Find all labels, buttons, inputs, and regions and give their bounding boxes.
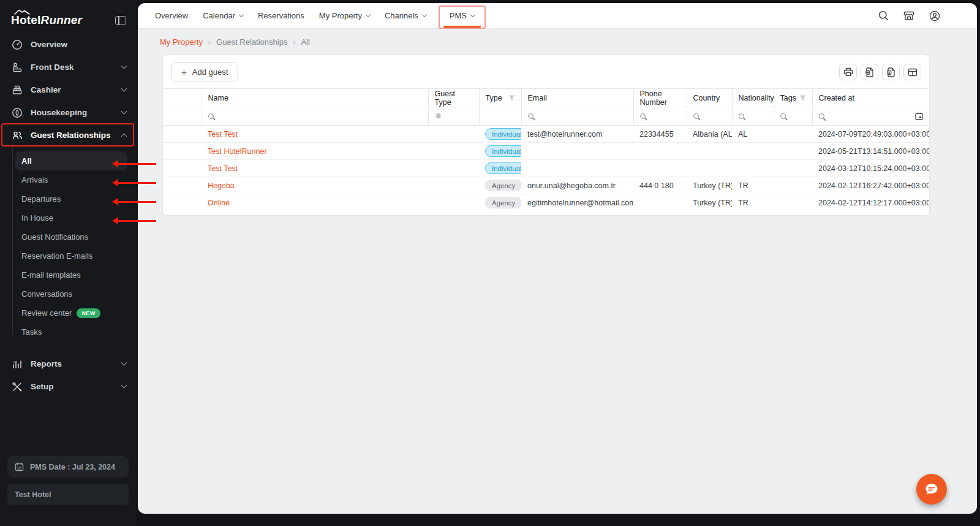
filter-created-at[interactable] (812, 107, 929, 126)
search-icon[interactable] (878, 10, 889, 21)
sidebar-item-housekeeping[interactable]: Housekeeping (0, 101, 136, 124)
sidebar-item-review-center[interactable]: Review center NEW (0, 303, 136, 322)
sidebar-item-arrivals[interactable]: Arrivals (0, 170, 136, 189)
cell-name[interactable]: Hegoba (202, 177, 428, 194)
sidebar-item-guest-relationships[interactable]: Guest Relationships (0, 124, 136, 147)
filter-nationality[interactable] (732, 107, 774, 126)
cell-guest-type (428, 143, 479, 160)
sidebar-item-all[interactable]: All (15, 151, 127, 170)
filter-type[interactable] (479, 107, 521, 126)
table-row[interactable]: Online Agency egitimhotelrunner@hotmail.… (163, 194, 929, 212)
logo-text-runner: Runner (41, 13, 83, 26)
sidebar-item-in-house[interactable]: In House (0, 208, 136, 227)
sidebar-item-guest-notifications[interactable]: Guest Notifications (0, 227, 136, 246)
sidebar-item-tasks[interactable]: Tasks (0, 322, 136, 341)
nav-label: Channels (385, 11, 418, 20)
guest-relationships-submenu: All Arrivals Departures In House Guest N… (0, 147, 136, 344)
filter-country[interactable] (687, 107, 732, 126)
filter-name[interactable] (202, 107, 428, 126)
sidebar-item-label: Front Desk (31, 63, 74, 72)
cell-phone (633, 160, 687, 177)
nav-reservations[interactable]: Reservations (251, 3, 312, 28)
table-row[interactable]: Test Test Individual test@hotelrunner.co… (163, 126, 929, 143)
filter-phone[interactable] (633, 107, 687, 126)
store-icon[interactable] (903, 10, 914, 21)
search-icon (640, 113, 646, 119)
filter-funnel-icon[interactable] (799, 95, 806, 101)
col-created-at[interactable]: Created at (812, 89, 929, 107)
chat-bubble-icon (924, 482, 939, 497)
col-type[interactable]: Type (479, 89, 521, 107)
nav-channels[interactable]: Channels (377, 3, 434, 28)
type-badge: Agency (485, 180, 521, 191)
sidebar-item-reservation-emails[interactable]: Reservation E-mails (0, 246, 136, 265)
filter-email[interactable] (521, 107, 633, 126)
guests-icon (11, 129, 23, 142)
table-row[interactable]: Test HotelRunner Individual 2024-05-21T1… (163, 143, 929, 160)
chevron-down-icon (121, 86, 127, 92)
chat-support-button[interactable] (916, 474, 947, 505)
sidebar-item-departures[interactable]: Departures (0, 189, 136, 208)
export-excel-button[interactable] (882, 64, 900, 80)
nav-pms[interactable]: PMS (442, 3, 482, 28)
cell-name[interactable]: Test Test (202, 160, 428, 177)
hotelrunner-logo[interactable]: HotelRunner (11, 13, 82, 27)
cell-phone (633, 143, 687, 160)
cell-name[interactable]: Test Test (202, 126, 428, 143)
sidebar-collapse-icon[interactable] (115, 16, 126, 25)
col-guest-type[interactable]: Guest Type (428, 89, 479, 107)
cell-guest-type (428, 194, 479, 212)
sidebar-item-email-templates[interactable]: E-mail templates (0, 265, 136, 284)
col-country[interactable]: Country (687, 89, 732, 107)
cell-phone: 22334455 (633, 126, 687, 143)
col-nationality[interactable]: Nationality (732, 89, 774, 107)
breadcrumb-guest-relationships[interactable]: Guest Relationships (216, 37, 287, 47)
col-email[interactable]: Email (521, 89, 633, 107)
cell-nationality: TR (732, 177, 774, 194)
profile-icon[interactable] (929, 10, 940, 21)
logo-text-hotel: Hotel (11, 13, 41, 26)
cell-phone (633, 194, 687, 212)
cell-tags (774, 194, 812, 212)
pms-date-card[interactable]: PMS Date : Jul 23, 2024 (7, 456, 129, 478)
add-guest-label: Add guest (192, 67, 228, 77)
filter-funnel-icon[interactable] (508, 95, 515, 101)
filter-guest-type[interactable] (428, 107, 479, 126)
cell-name[interactable]: Test HotelRunner (202, 143, 428, 160)
sub-item-label: Guest Notifications (21, 232, 88, 242)
mountain-icon (14, 9, 30, 15)
export-web-button[interactable] (861, 64, 878, 80)
search-icon (208, 113, 214, 119)
table-row[interactable]: Hegoba Agency onur.unal@hegoba.com.tr 44… (163, 177, 929, 194)
add-guest-button[interactable]: + Add guest (171, 62, 238, 82)
print-button[interactable] (839, 64, 857, 80)
table-columns-button[interactable] (903, 64, 921, 80)
nav-my-property[interactable]: My Property (312, 3, 377, 28)
gauge-icon (11, 39, 23, 51)
type-badge: Individual (485, 128, 521, 140)
col-phone-number[interactable]: Phone Number (633, 89, 687, 107)
nav-calendar[interactable]: Calendar (195, 3, 251, 28)
table-row[interactable]: Test Test Individual 2024-03-12T10:15:24… (163, 160, 929, 177)
sidebar-item-front-desk[interactable]: Front Desk (0, 56, 136, 78)
col-name[interactable]: Name (202, 89, 428, 107)
calendar-icon[interactable] (915, 112, 923, 120)
sidebar-item-reports[interactable]: Reports (0, 353, 136, 375)
sidebar-item-overview[interactable]: Overview (0, 33, 136, 56)
cell-email: test@hotelrunner.com (521, 126, 633, 143)
sidebar-item-cashier[interactable]: Cashier (0, 78, 136, 101)
cell-name[interactable]: Online (202, 194, 428, 212)
breadcrumb-my-property[interactable]: My Property (160, 37, 203, 47)
sidebar-item-label: Reports (31, 359, 62, 368)
nav-overview[interactable]: Overview (148, 3, 195, 28)
search-icon (693, 113, 699, 119)
hotel-selector[interactable]: Test Hotel (7, 484, 129, 505)
col-label: Type (486, 94, 502, 102)
chevron-down-icon (470, 12, 475, 17)
sidebar-item-setup[interactable]: Setup (0, 375, 136, 398)
sidebar-menu: Overview Front Desk Cashier (0, 33, 136, 398)
filter-tags[interactable] (774, 107, 812, 126)
sidebar-item-conversations[interactable]: Conversations (0, 284, 136, 303)
sub-item-label: Review center (21, 308, 72, 318)
col-tags[interactable]: Tags (774, 89, 812, 107)
